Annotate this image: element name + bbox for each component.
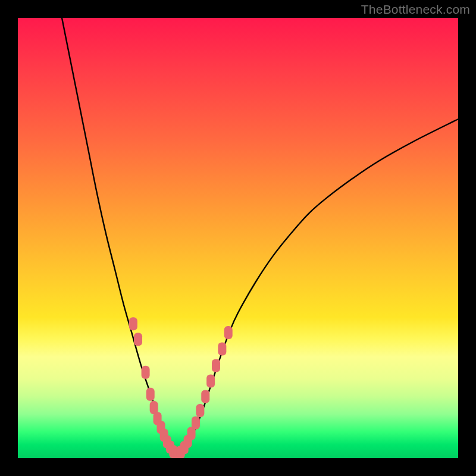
curve-right-branch [176,119,458,456]
marker-right-markers-5 [192,416,200,430]
curve-left-branch [62,18,176,456]
plot-area [18,18,458,458]
watermark-text: TheBottleneck.com [361,2,470,17]
chart-frame: TheBottleneck.com [0,0,476,476]
marker-right-markers-9 [212,359,220,372]
marker-left-markers-3 [146,388,155,401]
marker-right-markers-11 [224,326,233,339]
marker-left-markers-0 [129,317,137,330]
marker-left-markers-2 [142,366,150,379]
marker-right-markers-6 [196,404,204,417]
marker-left-markers-1 [134,333,142,346]
marker-right-markers-8 [206,375,215,388]
marker-right-markers-7 [201,390,209,403]
chart-svg [18,18,458,458]
marker-right-markers-10 [218,342,226,355]
